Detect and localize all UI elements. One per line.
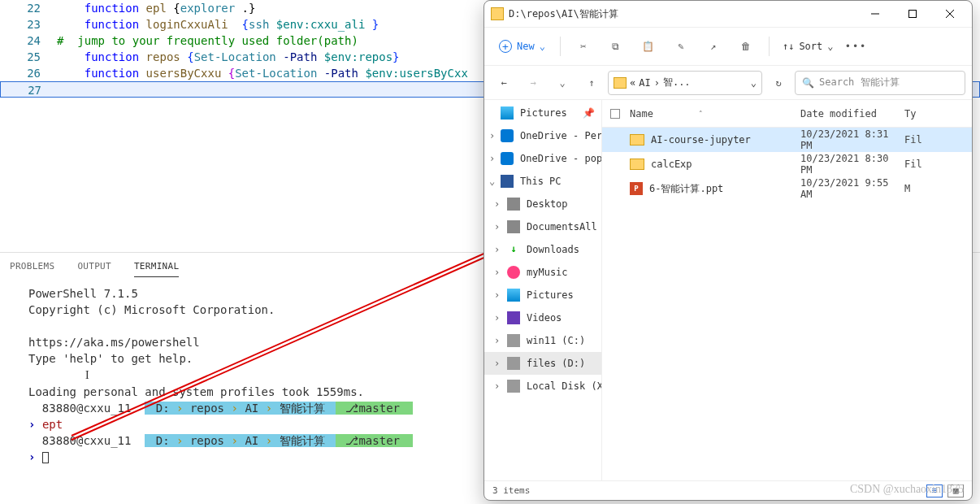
new-button[interactable]: +New⌄ bbox=[492, 37, 552, 56]
navbar: ← → ⌄ ↑ « AI › 智... ⌄ ↻ 🔍 Search 智能计算 bbox=[484, 66, 972, 100]
sidebar-item[interactable]: ›OneDrive - popz bbox=[484, 147, 601, 170]
file-list: Name ˄ Date modified Ty AI-course-jupyte… bbox=[602, 100, 972, 480]
sidebar-item[interactable]: ›win11 (C:) bbox=[484, 329, 601, 352]
tab-terminal[interactable]: TERMINAL bbox=[134, 256, 179, 277]
share-icon[interactable]: ↗ bbox=[699, 32, 728, 61]
cut-icon[interactable]: ✂ bbox=[569, 32, 598, 61]
watermark: CSDN @xuchaoxin1375 bbox=[850, 483, 964, 496]
plus-icon: + bbox=[499, 40, 512, 53]
copy-icon[interactable]: ⧉ bbox=[601, 32, 631, 61]
tab-output[interactable]: OUTPUT bbox=[77, 256, 111, 277]
col-date[interactable]: Date modified bbox=[800, 108, 904, 119]
titlebar[interactable]: D:\repos\AI\智能计算 bbox=[484, 1, 972, 27]
sidebar-item[interactable]: ›files (D:) bbox=[484, 352, 601, 375]
sidebar-item[interactable]: ›Pictures bbox=[484, 284, 601, 306]
folder-icon bbox=[491, 7, 504, 20]
refresh-button[interactable]: ↻ bbox=[765, 70, 791, 96]
search-input[interactable]: 🔍 Search 智能计算 bbox=[795, 71, 965, 95]
sidebar-item[interactable]: ›Desktop bbox=[484, 193, 601, 215]
svg-rect-3 bbox=[909, 11, 917, 18]
sidebar-item[interactable]: ›DocumentsAll bbox=[484, 215, 601, 238]
sidebar-item[interactable]: ›Videos bbox=[484, 306, 601, 329]
table-row[interactable]: calcExp10/23/2021 8:30 PMFil bbox=[602, 152, 972, 176]
sort-button[interactable]: ↑↓ Sort ⌄ bbox=[778, 41, 839, 52]
sidebar[interactable]: Pictures📌›OneDrive - Perso›OneDrive - po… bbox=[484, 100, 602, 480]
sidebar-item[interactable]: Pictures📌 bbox=[484, 102, 601, 124]
rename-icon[interactable]: ✎ bbox=[666, 32, 696, 61]
up-button[interactable]: ↑ bbox=[579, 70, 605, 96]
toolbar: +New⌄ ✂ ⧉ 📋 ✎ ↗ 🗑 ↑↓ Sort ⌄ ••• bbox=[484, 27, 972, 66]
sidebar-item[interactable]: ›Local Disk (X:) bbox=[484, 375, 601, 398]
sidebar-item[interactable]: ⌄This PC bbox=[484, 170, 601, 193]
delete-icon[interactable]: 🗑 bbox=[731, 32, 761, 61]
minimize-button[interactable] bbox=[856, 2, 894, 25]
recent-button[interactable]: ⌄ bbox=[549, 70, 575, 96]
window-title: D:\repos\AI\智能计算 bbox=[509, 7, 852, 21]
tab-problems[interactable]: PROBLEMS bbox=[10, 256, 54, 277]
more-icon[interactable]: ••• bbox=[842, 32, 871, 61]
sidebar-item[interactable]: ›OneDrive - Perso bbox=[484, 124, 601, 147]
item-count: 3 items bbox=[492, 485, 530, 496]
select-all-checkbox[interactable] bbox=[610, 109, 620, 119]
table-row[interactable]: AI-course-jupyter10/23/2021 8:31 PMFil bbox=[602, 128, 972, 152]
forward-button[interactable]: → bbox=[520, 70, 546, 96]
col-type[interactable]: Ty bbox=[904, 108, 921, 119]
close-button[interactable] bbox=[931, 2, 969, 25]
search-icon: 🔍 bbox=[802, 77, 814, 89]
folder-icon bbox=[614, 77, 627, 89]
paste-icon[interactable]: 📋 bbox=[634, 32, 663, 61]
col-name[interactable]: Name bbox=[630, 108, 653, 119]
column-headers[interactable]: Name ˄ Date modified Ty bbox=[602, 100, 972, 128]
table-row[interactable]: P6-智能计算.ppt10/23/2021 9:55 AMM bbox=[602, 176, 972, 201]
sidebar-item[interactable]: ›myMusic bbox=[484, 261, 601, 284]
terminal-cursor bbox=[42, 452, 49, 463]
maximize-button[interactable] bbox=[894, 2, 931, 25]
back-button[interactable]: ← bbox=[491, 70, 517, 96]
sidebar-item[interactable]: ›↓Downloads bbox=[484, 238, 601, 261]
file-explorer-window: D:\repos\AI\智能计算 +New⌄ ✂ ⧉ 📋 ✎ ↗ 🗑 ↑↓ So… bbox=[483, 0, 973, 501]
address-bar[interactable]: « AI › 智... ⌄ bbox=[608, 71, 762, 95]
